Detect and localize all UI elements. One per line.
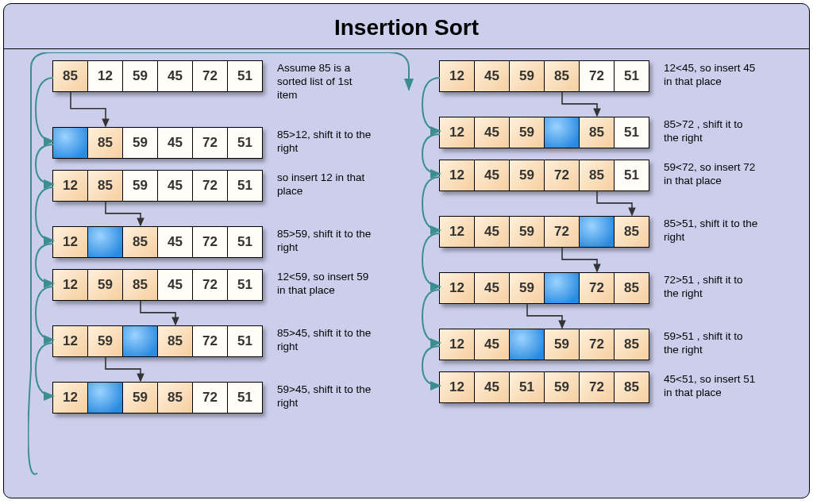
array: 125985457251 [53, 269, 263, 301]
array: 851259457251 [53, 60, 263, 92]
array-cell: 12 [439, 60, 475, 92]
array-cell: 85 [614, 371, 649, 403]
array-cell [87, 382, 123, 414]
array-cell: 45 [157, 226, 193, 258]
diagram-frame: Insertion Sort 851259457251Assume 85 is … [3, 3, 810, 498]
step-row: 12598545725112<59, so insert 59 in that … [20, 269, 406, 301]
array: 1259857251 [53, 382, 263, 414]
array-cell: 51 [227, 269, 263, 301]
array-cell: 12 [439, 160, 475, 191]
array-cell: 12 [52, 382, 88, 414]
step-caption: 12<59, so insert 59 in that place [277, 269, 372, 298]
step-caption: 59>45, shift it to the right [277, 382, 372, 410]
array-cell: 45 [474, 329, 510, 360]
step-row: 128559457251so insert 12 in that place [20, 170, 406, 202]
array-cell: 12 [439, 117, 475, 148]
array: 128559457251 [53, 170, 263, 202]
right-column: 12455985725112<45, so insert 45 in that … [406, 60, 793, 438]
array: 1259857251 [53, 325, 263, 357]
page-title: Insertion Sort [4, 4, 809, 48]
step-row: 12455985725112<45, so insert 45 in that … [406, 60, 793, 92]
array-cell: 51 [227, 170, 263, 202]
array-cell: 45 [474, 60, 510, 92]
array-cell: 85 [544, 60, 580, 92]
array-cell: 85 [122, 269, 158, 301]
step-caption: 85>12, shift it to the right [277, 127, 372, 156]
array-cell: 85 [157, 382, 193, 414]
array-cell: 51 [614, 160, 649, 191]
array-cell: 59 [509, 117, 545, 148]
step-row: 125985725185>45, shift it to the right [20, 325, 406, 357]
array-cell: 12 [52, 226, 88, 258]
step-caption: 85>51, shift it to the right [664, 216, 759, 244]
array-cell: 59 [122, 127, 158, 159]
array-cell: 72 [192, 170, 228, 202]
step-row: 12455972855159<72, so insert 72 in that … [406, 160, 793, 191]
array-cell: 51 [227, 325, 263, 357]
array-cell: 72 [579, 272, 615, 304]
array-cell: 85 [614, 216, 649, 248]
array-cell: 45 [157, 269, 193, 301]
array-cell: 45 [157, 127, 193, 159]
array-cell: 45 [474, 160, 510, 191]
array-cell: 72 [192, 226, 228, 258]
array-cell: 12 [52, 269, 88, 301]
step-caption: 59<72, so insert 72 in that place [664, 160, 759, 188]
array-cell: 51 [227, 382, 263, 414]
array-cell: 72 [192, 382, 228, 414]
array-cell [544, 272, 580, 304]
array-cell: 85 [157, 325, 193, 357]
array-cell: 45 [474, 272, 510, 304]
array-cell [52, 127, 88, 159]
array-cell: 72 [579, 329, 615, 360]
array-cell: 59 [509, 60, 545, 92]
step-row: 124559855185>72 , shift it to the right [406, 117, 793, 148]
array-cell: 59 [122, 60, 158, 92]
step-row: 851259457251Assume 85 is a sorted list o… [20, 60, 406, 102]
array-cell: 85 [52, 60, 88, 92]
array-cell: 72 [192, 127, 228, 159]
array: 124551597285 [440, 371, 649, 403]
array-cell: 51 [227, 60, 263, 92]
array-cell: 72 [544, 216, 580, 248]
array-cell: 51 [614, 117, 649, 148]
array-cell: 12 [52, 325, 88, 357]
array: 124559857251 [440, 60, 649, 92]
array-cell: 59 [544, 329, 580, 360]
array-cell: 72 [544, 160, 580, 191]
step-row: 124559728572>51 , shift it to the right [406, 272, 793, 304]
array: 8559457251 [53, 127, 263, 159]
step-row: 125985725159>45, shift it to the right [20, 382, 406, 414]
array-cell [509, 329, 545, 360]
array-cell: 59 [544, 371, 580, 403]
array-cell: 72 [192, 269, 228, 301]
step-caption: Assume 85 is a sorted list of 1st item [277, 60, 372, 102]
array-cell: 12 [439, 329, 475, 360]
left-column: 851259457251Assume 85 is a sorted list o… [20, 60, 406, 438]
array-cell: 51 [614, 60, 649, 92]
array-cell: 59 [509, 160, 545, 191]
step-row: 124559728559>51 , shift it to the right [406, 329, 793, 360]
array-cell: 45 [157, 170, 193, 202]
array: 1285457251 [53, 226, 263, 258]
step-caption: 59>51 , shift it to the right [664, 329, 759, 357]
array-cell: 12 [439, 272, 475, 304]
array-cell: 12 [52, 170, 88, 202]
array: 1245598551 [440, 117, 649, 148]
array-cell: 12 [439, 371, 475, 403]
array-cell: 59 [122, 170, 158, 202]
array-cell: 85 [579, 160, 615, 191]
step-row: 12455159728545<51, so insert 51 in that … [406, 371, 793, 403]
array-cell: 45 [474, 117, 510, 148]
step-caption: 85>59, shift it to the right [277, 226, 372, 255]
array-cell: 85 [614, 272, 649, 304]
array: 1245597285 [440, 272, 649, 304]
array-cell: 72 [192, 325, 228, 357]
array-cell: 85 [87, 127, 123, 159]
step-row: 855945725185>12, shift it to the right [20, 127, 406, 159]
step-caption: 12<45, so insert 45 in that place [664, 60, 759, 89]
array-cell: 45 [474, 216, 510, 248]
array: 1245597285 [440, 329, 649, 360]
step-row: 128545725185>59, shift it to the right [20, 226, 406, 258]
title-divider [4, 48, 809, 49]
